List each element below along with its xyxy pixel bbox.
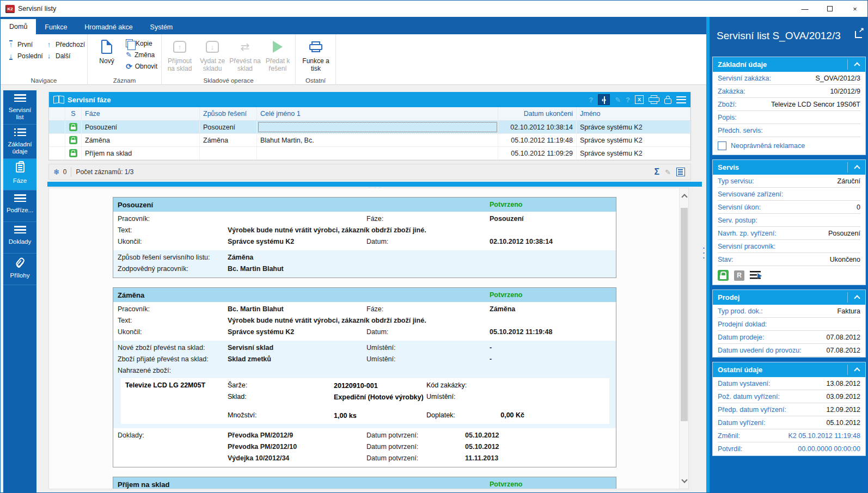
phase-panel-prijem: Příjem na sklad Potvrzeno Pracovník:Fáze… (113, 477, 616, 489)
grid-header-row: S Fáze Způsob řešení Celé jméno 1 Datum … (49, 107, 690, 121)
book-icon (53, 96, 64, 103)
column-header-datum[interactable]: Datum ukončeni (498, 107, 577, 120)
scroll-up-icon[interactable] (681, 194, 687, 200)
phase-panel-zamena: Záměna Potvrzeno Pracovník:Bc. Martin Bl… (113, 287, 616, 467)
field-value[interactable]: 07.08.2012 (802, 347, 860, 354)
lock-icon[interactable] (664, 98, 671, 104)
sidebar-item-faze[interactable]: Fáze (3, 159, 36, 190)
sidebar-item-podrizene[interactable]: Podříze... (3, 190, 36, 222)
tab-system[interactable]: Systém (142, 20, 182, 34)
column-header-cele-jmeno[interactable]: Celé jméno 1 (257, 107, 498, 120)
service-phases-grid: Servisní fáze ? ✎ ? X S Fáze Způsob řeše… (48, 92, 691, 161)
minimize-button[interactable]: — (792, 1, 817, 17)
maximize-button[interactable] (817, 1, 842, 17)
field-value[interactable]: Posouzení (777, 230, 860, 237)
reclamation-badge-icon: R (734, 270, 744, 281)
help-icon[interactable]: ? (626, 96, 630, 104)
paperclip-icon (15, 257, 25, 268)
arrow-to-bottom-icon: ↓ (7, 52, 15, 60)
help-icon[interactable]: ? (589, 96, 593, 104)
selected-cell[interactable] (257, 121, 498, 133)
doklady-label: Doklady: (118, 432, 144, 439)
column-split-icon[interactable] (598, 94, 610, 105)
edit-icon[interactable]: ✎ (615, 96, 621, 104)
issue-from-stock-button[interactable]: ↓ Vydat ze skladu (197, 38, 228, 72)
field-value[interactable]: Záruční (754, 177, 860, 185)
sidebar-item-servisni-list[interactable]: Servisní list (3, 90, 36, 125)
table-row[interactable]: Příjem na sklad 05.10.2012 11:09:29 Sprá… (49, 147, 690, 160)
field-value[interactable]: 12.09.2012 (786, 406, 860, 414)
collapse-chevron-icon[interactable] (854, 367, 860, 373)
field-value[interactable]: 10/2012/9 (745, 88, 860, 95)
locked-record-icon (69, 149, 77, 157)
hand-over-button[interactable]: Předat k řešení (262, 38, 294, 72)
filter-count: 0 (63, 168, 67, 176)
sidebar-item-zakladni-udaje[interactable]: Základní údaje (3, 125, 36, 159)
group-label-zaznam: Záznam (88, 77, 161, 84)
field-value[interactable]: S_OVA/2012/3 (771, 75, 860, 82)
checkbox-neopravnena-reklamace[interactable] (718, 141, 726, 150)
field-value[interactable]: Faktura (763, 307, 860, 315)
functions-print-button[interactable]: Funkce a tisk (300, 38, 332, 72)
window-title: Servisní listy (18, 5, 56, 13)
field-value[interactable]: 05.10.2012 (766, 419, 860, 427)
first-button[interactable]: ↑První (5, 39, 45, 50)
status-badge: Potvrzeno (490, 201, 522, 208)
last-button[interactable]: ↓Poslední (5, 50, 45, 61)
collapse-chevron-icon[interactable] (854, 62, 860, 68)
copy-icon (126, 39, 133, 47)
tab-domu[interactable]: Domů (1, 19, 36, 34)
scrollbar-thumb[interactable] (681, 208, 688, 421)
field-value[interactable]: 00.00.0000 00:00:00 (742, 445, 860, 453)
collapse-chevron-icon[interactable] (854, 295, 860, 301)
column-header-s[interactable]: S (65, 107, 82, 120)
column-header-zpusob[interactable]: Způsob řešení (200, 107, 257, 120)
tab-funkce[interactable]: Funkce (36, 20, 76, 34)
arrow-to-top-icon: ↑ (7, 40, 15, 48)
next-button[interactable]: ↓Další (43, 50, 87, 61)
sum-icon[interactable]: Σ (654, 167, 659, 177)
sidebar-item-doklady[interactable]: Doklady (3, 222, 36, 254)
table-row[interactable]: Záměna Záměna Blahut Martin, Bc. 05.10.2… (49, 134, 690, 147)
transfer-to-stock-button[interactable]: ⇄ Převést na sklad (229, 38, 261, 72)
filter-snowflake-icon[interactable]: ❄ (53, 168, 60, 176)
pencil-icon: ✎ (126, 51, 132, 59)
previous-button[interactable]: ↑Předchozí (43, 39, 87, 50)
field-value[interactable]: Televize LCD Sencor 19S06T (737, 101, 860, 108)
close-button[interactable]: × (842, 1, 867, 17)
grid-menu-icon[interactable] (676, 96, 686, 103)
new-button[interactable]: Nový (91, 38, 123, 65)
field-value[interactable]: 0 (761, 204, 860, 211)
horizontal-splitter[interactable] (47, 182, 703, 187)
field-value[interactable]: Ukončeno (733, 256, 861, 263)
vertical-splitter[interactable] (702, 85, 706, 492)
export-excel-icon[interactable]: X (635, 95, 644, 104)
field-value[interactable]: 13.08.2012 (771, 380, 860, 387)
group-label-skladove: Skladové operace (162, 77, 295, 84)
vertical-scrollbar[interactable] (679, 188, 688, 489)
printer-icon (309, 41, 322, 52)
change-button[interactable]: ✎Změna (124, 49, 160, 60)
transfer-icon: ⇄ (241, 40, 250, 53)
copy-button[interactable]: Kopie (124, 38, 160, 49)
column-header-jmeno[interactable]: Jméno (577, 107, 690, 120)
field-value[interactable]: K2 05.10.2012 11:19:48 (740, 432, 860, 440)
scroll-down-icon[interactable] (681, 477, 687, 483)
clipboard-icon (16, 163, 25, 172)
sidebar-item-prilohy[interactable]: Přílohy (3, 254, 36, 285)
open-external-icon[interactable] (855, 31, 862, 38)
detail-list-icon (14, 128, 26, 136)
receive-to-stock-button[interactable]: ↑ Přijmout na sklad (164, 38, 195, 72)
collapse-chevron-icon[interactable] (854, 165, 860, 171)
field-value[interactable]: 03.09.2012 (780, 393, 860, 400)
refresh-button[interactable]: ⟳Obnovit (124, 60, 160, 72)
column-header-faze[interactable]: Fáze (82, 107, 200, 120)
copy-list-icon[interactable] (676, 168, 685, 176)
tab-hromadne-akce[interactable]: Hromadné akce (76, 20, 141, 34)
ribbon-group-navigace: ↑První ↓Poslední ↑Předchozí ↓Další Navig… (1, 34, 88, 85)
print-icon[interactable] (649, 95, 659, 104)
field-value[interactable]: 07.08.2012 (764, 334, 860, 341)
table-row[interactable]: Posouzení Posouzení 02.10.2012 10:38:14 … (49, 121, 690, 134)
locked-record-icon (69, 123, 77, 131)
section-servis: Servis Typ servisu:Záruční Servisované z… (712, 159, 866, 285)
